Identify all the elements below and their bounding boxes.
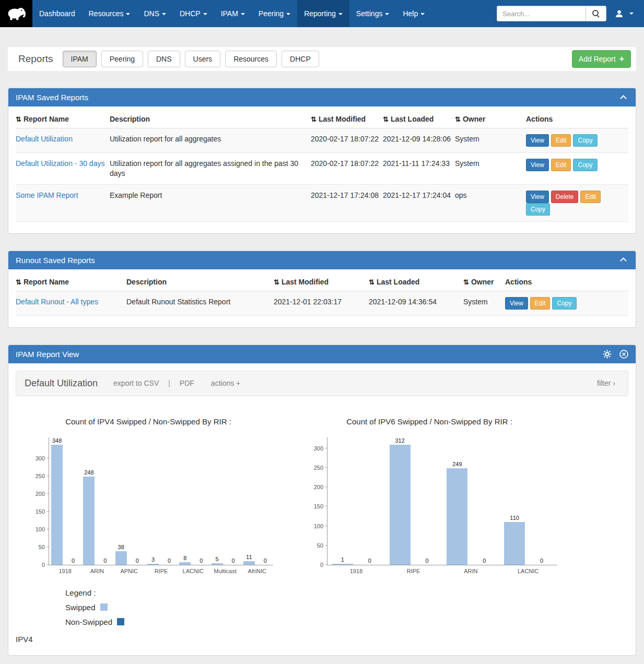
owner-cell: System: [463, 291, 505, 315]
nav-item-dashboard[interactable]: Dashboard: [32, 0, 82, 27]
chart-legend: Legend : SwippedNon-Swipped: [65, 588, 628, 626]
copy-button[interactable]: Copy: [552, 297, 576, 310]
tab-peering[interactable]: Peering: [101, 51, 143, 67]
report-name-link[interactable]: Default Runout - All types: [16, 298, 98, 306]
nav-item-dhcp[interactable]: DHCP: [173, 0, 214, 27]
ipam_saved_reports-head: ⇅Report NameDescription⇅Last Modified⇅La…: [16, 109, 628, 128]
edit-button[interactable]: Edit: [551, 134, 571, 147]
delete-button[interactable]: Delete: [551, 191, 579, 203]
view-button[interactable]: View: [505, 297, 528, 310]
column-header-last-loaded[interactable]: ⇅Last Loaded: [383, 109, 455, 128]
bar-value-label: 0: [540, 558, 543, 564]
copy-button[interactable]: Copy: [573, 159, 597, 171]
tab-users[interactable]: Users: [185, 51, 221, 67]
x-category-label: ARIN: [464, 568, 477, 574]
y-tick-label: 250: [36, 473, 45, 479]
navbar: DashboardResourcesDNSDHCPIPAMPeeringRepo…: [0, 0, 644, 27]
column-header-description: Description: [126, 271, 274, 291]
column-header-owner[interactable]: ⇅Owner: [463, 271, 505, 291]
export-csv-link[interactable]: export to CSV: [113, 379, 159, 387]
y-tick-mark: [325, 448, 327, 448]
bar-group-1918: 34801918: [51, 437, 79, 565]
nav-item-reporting[interactable]: Reporting: [297, 0, 349, 27]
bar-value-label: 38: [118, 544, 124, 551]
collapse-chevron-up-icon[interactable]: [620, 257, 627, 264]
filter-link[interactable]: filter ›: [597, 379, 615, 387]
column-label: Last Loaded: [391, 115, 434, 123]
y-tick-mark: [325, 467, 327, 468]
actions-menu-link[interactable]: actions +: [211, 379, 240, 387]
view-button[interactable]: View: [526, 191, 549, 203]
bar-swipped: [332, 564, 353, 565]
y-tick-label: 200: [36, 491, 45, 497]
owner-cell: System: [455, 153, 526, 185]
panel-title: Runout Saved Reports: [16, 256, 95, 265]
edit-button[interactable]: Edit: [551, 159, 571, 171]
nav-item-resources[interactable]: Resources: [82, 0, 137, 27]
bar-value-label: 110: [510, 515, 519, 521]
y-tick-label: 300: [36, 455, 45, 461]
chevron-down-icon: [420, 13, 425, 15]
edit-button[interactable]: Edit: [530, 297, 551, 310]
column-header-last-loaded[interactable]: ⇅Last Loaded: [369, 271, 463, 291]
search-button[interactable]: [586, 6, 606, 21]
add-report-button[interactable]: Add Report +: [572, 50, 631, 68]
x-category-label: Multicast: [214, 568, 236, 574]
x-category-label: RIPE: [155, 568, 168, 574]
edit-button[interactable]: Edit: [580, 191, 601, 203]
view-button[interactable]: View: [526, 159, 549, 171]
legend-title: Legend :: [65, 588, 628, 597]
tab-resources[interactable]: Resources: [225, 51, 277, 67]
bar-swipped: [447, 468, 467, 565]
description-cell: Utilization report for all aggregates: [110, 128, 311, 153]
collapse-chevron-up-icon[interactable]: [620, 95, 627, 102]
bar-swipped: [504, 522, 525, 565]
nav-item-label: DHCP: [180, 9, 201, 18]
nav-item-help[interactable]: Help: [396, 0, 431, 27]
export-pdf-link[interactable]: PDF: [180, 379, 194, 387]
column-label: Last Loaded: [377, 278, 419, 286]
y-tick-label: 300: [314, 445, 323, 452]
y-tick-label: 100: [36, 526, 45, 532]
column-header-owner[interactable]: ⇅Owner: [455, 109, 526, 128]
view-button[interactable]: View: [526, 134, 549, 147]
column-header-last-modified[interactable]: ⇅Last Modified: [274, 271, 369, 291]
column-header-report-name[interactable]: ⇅Report Name: [16, 109, 110, 128]
brand-logo[interactable]: [0, 0, 32, 27]
nav-item-peering[interactable]: Peering: [252, 0, 297, 27]
nav-item-dns[interactable]: DNS: [137, 0, 173, 27]
copy-button[interactable]: Copy: [573, 134, 597, 147]
last-modified-cell: 2021-12-01 22:03:17: [274, 291, 369, 315]
owner-cell: ops: [455, 184, 526, 221]
report-name-link[interactable]: Default Utilization - 30 days: [16, 159, 104, 168]
tab-ipam[interactable]: IPAM: [63, 51, 97, 67]
charts-row: Count of IPV4 Swipped / Non-Swipped By R…: [16, 417, 628, 565]
plot-area: 050100150200250300348019182480ARIN380APN…: [49, 437, 273, 565]
column-label: Last Modified: [282, 278, 329, 286]
nav-item-ipam[interactable]: IPAM: [214, 0, 252, 27]
column-header-last-modified[interactable]: ⇅Last Modified: [311, 109, 383, 128]
copy-button[interactable]: Copy: [526, 203, 550, 216]
column-header-report-name[interactable]: ⇅Report Name: [16, 271, 126, 291]
x-category-label: LACNIC: [518, 568, 538, 574]
reports-bar: Reports IPAMPeeringDNSUsersResourcesDHCP…: [8, 47, 636, 71]
nav-item-settings[interactable]: Settings: [349, 0, 396, 27]
tab-dns[interactable]: DNS: [148, 51, 180, 67]
last-modified-cell: 2021-12-17 17:24:08: [311, 184, 383, 221]
sort-icon: ⇅: [311, 115, 317, 123]
y-tick-mark: [47, 493, 49, 494]
user-menu[interactable]: [606, 9, 641, 18]
runout-reports-table: ⇅Report NameDescription⇅Last Modified⇅La…: [16, 271, 628, 316]
sort-icon: ⇅: [369, 278, 374, 286]
table-row: Default Runout - All typesDefault Runout…: [16, 291, 628, 315]
close-circle-icon[interactable]: [619, 350, 628, 359]
search-input[interactable]: [497, 6, 586, 21]
gear-icon[interactable]: [603, 350, 612, 359]
legend-item: Swipped: [65, 603, 628, 612]
report-name-link[interactable]: Some IPAM Report: [16, 191, 78, 199]
bar-swipped: [115, 551, 127, 565]
report-tabs: IPAMPeeringDNSUsersResourcesDHCP: [63, 51, 324, 67]
report-name-link[interactable]: Default Utilization: [16, 135, 73, 143]
tab-dhcp[interactable]: DHCP: [282, 51, 319, 67]
chevron-down-icon: [385, 13, 389, 15]
